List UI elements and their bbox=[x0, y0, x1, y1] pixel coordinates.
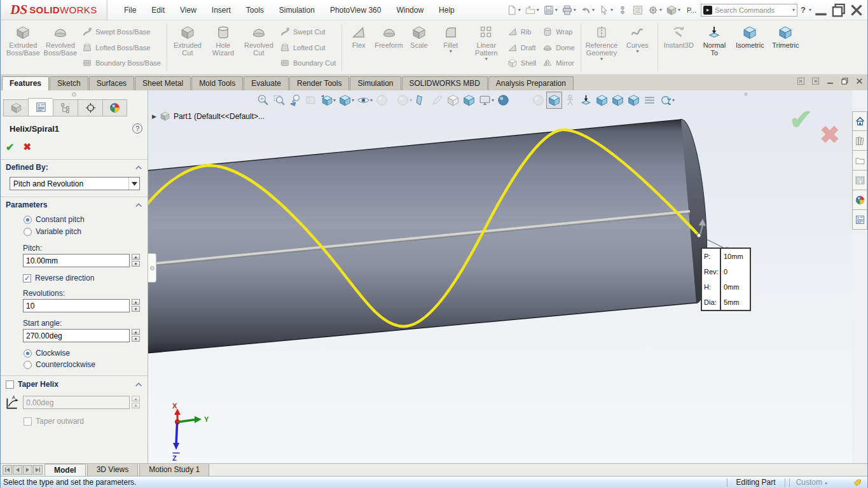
menu-window[interactable]: Window bbox=[389, 3, 431, 17]
configuration-tab[interactable] bbox=[53, 99, 78, 116]
reverse-direction-checkbox[interactable]: ✓Reverse direction bbox=[23, 274, 94, 282]
taper-outward-checkbox[interactable]: Taper outward bbox=[24, 417, 84, 426]
ok-button[interactable]: ✔ bbox=[6, 141, 14, 153]
tab-render-tools[interactable]: Render Tools bbox=[289, 76, 350, 90]
save-dropdown-icon[interactable]: ▾ bbox=[555, 8, 558, 13]
study-tab-3d-views[interactable]: 3D Views bbox=[87, 464, 138, 476]
ribbon-isometric[interactable]: Isometric bbox=[732, 22, 768, 73]
menu-view[interactable]: View bbox=[172, 3, 204, 17]
ribbon-extruded-boss-base[interactable]: ExtrudedBoss/Base bbox=[4, 22, 42, 73]
select-arrow-icon[interactable] bbox=[128, 178, 139, 190]
dropdown-icon[interactable]: ▾ bbox=[600, 57, 603, 62]
tab-features[interactable]: Features bbox=[2, 76, 49, 90]
normal-to-view-button[interactable] bbox=[578, 92, 594, 109]
start-angle-input[interactable] bbox=[23, 329, 130, 342]
start-angle-spinner[interactable]: ▲▼ bbox=[132, 329, 140, 342]
taper-angle-spinner[interactable]: ▲▼ bbox=[132, 396, 140, 408]
display-pane-tab[interactable] bbox=[102, 99, 127, 116]
shaded-cube-button[interactable] bbox=[461, 92, 477, 109]
view-palette-tab[interactable] bbox=[852, 171, 867, 190]
document-restore-icon[interactable] bbox=[841, 77, 849, 85]
menu-insert[interactable]: Insert bbox=[204, 3, 238, 17]
configuration-label[interactable]: Custom bbox=[794, 478, 825, 487]
ribbon-curves[interactable]: Curves▾ bbox=[619, 22, 655, 73]
close-button[interactable] bbox=[848, 3, 865, 17]
ribbon-extruded-cut[interactable]: ExtrudedCut bbox=[170, 22, 205, 73]
ribbon-linear-pattern[interactable]: LinearPattern▾ bbox=[469, 22, 504, 73]
tab-analysis-preparation[interactable]: Analysis Preparation bbox=[488, 76, 574, 90]
hide-show-items-dropdown-icon[interactable]: ▾ bbox=[370, 98, 373, 103]
menu-file[interactable]: File bbox=[116, 3, 144, 17]
menu-tools[interactable]: Tools bbox=[238, 3, 272, 17]
first-tab-button[interactable] bbox=[3, 465, 12, 475]
tab-evaluate[interactable]: Evaluate bbox=[244, 76, 289, 90]
ribbon-lofted-boss-base[interactable]: Lofted Boss/Base bbox=[80, 41, 163, 54]
feature-tree-tab[interactable] bbox=[3, 99, 28, 116]
property-manager-tab[interactable] bbox=[28, 98, 53, 116]
ribbon-normal-to[interactable]: NormalTo bbox=[696, 22, 732, 73]
next-tab-button[interactable] bbox=[23, 465, 32, 475]
toggle-button[interactable] bbox=[616, 3, 630, 17]
collapse-chevron-icon[interactable] bbox=[135, 382, 142, 387]
study-tab-motion-study-1[interactable]: Motion Study 1 bbox=[139, 464, 209, 476]
ribbon-reference-geometry[interactable]: ReferenceGeometry▾ bbox=[584, 22, 620, 73]
search-commands-box[interactable]: ▸ Search Commands ▾ bbox=[701, 4, 797, 17]
dropdown-icon[interactable]: ▾ bbox=[450, 49, 452, 54]
select-cursor-dropdown-icon[interactable]: ▾ bbox=[610, 8, 613, 13]
tag-icon[interactable] bbox=[853, 478, 862, 487]
revolutions-spinner[interactable]: ▲▼ bbox=[132, 299, 140, 312]
dimetric-view-cube-button[interactable] bbox=[610, 92, 626, 109]
ribbon-rib[interactable]: Rib bbox=[506, 25, 538, 38]
display-style-dropdown-icon[interactable]: ▾ bbox=[352, 98, 354, 103]
ribbon-swept-cut[interactable]: Swept Cut bbox=[278, 25, 338, 38]
rotate-view-button[interactable]: ▾ bbox=[658, 92, 676, 109]
panel-splitter[interactable] bbox=[1, 92, 148, 99]
tab-sheet-metal[interactable]: Sheet Metal bbox=[135, 76, 191, 90]
minimize-button[interactable] bbox=[813, 3, 829, 17]
tab-sketch[interactable]: Sketch bbox=[50, 76, 88, 90]
edit-appearance-button[interactable] bbox=[374, 92, 390, 109]
new-document-dropdown-icon[interactable]: ▾ bbox=[518, 8, 521, 13]
previous-tab-button[interactable] bbox=[13, 465, 22, 475]
camera-icon[interactable] bbox=[745, 93, 747, 95]
ribbon-scale[interactable]: Scale bbox=[405, 22, 433, 73]
restore-button[interactable] bbox=[830, 3, 847, 17]
view-wedge-button[interactable] bbox=[413, 92, 429, 109]
ribbon-flex[interactable]: Flex bbox=[345, 22, 373, 73]
revolutions-input[interactable] bbox=[23, 299, 130, 312]
collapse-right-icon[interactable] bbox=[811, 77, 820, 85]
print-button[interactable]: ▾ bbox=[560, 3, 577, 17]
render-sphere-button[interactable] bbox=[495, 92, 511, 109]
ribbon-shell[interactable]: Shell bbox=[506, 57, 538, 69]
confirm-cancel-icon[interactable]: ✖ bbox=[820, 121, 840, 149]
menu-photoview-360[interactable]: PhotoView 360 bbox=[322, 3, 389, 17]
ribbon-swept-boss-base[interactable]: Swept Boss/Base bbox=[80, 25, 163, 38]
help-icon[interactable]: ? bbox=[132, 123, 142, 134]
ribbon-freeform[interactable]: Freeform bbox=[373, 22, 405, 73]
front-view-cube-button[interactable] bbox=[594, 92, 610, 109]
collapse-chevron-icon[interactable] bbox=[135, 202, 142, 208]
select-cursor-button[interactable]: ▾ bbox=[597, 3, 614, 17]
save-button[interactable]: ▾ bbox=[542, 3, 559, 17]
ribbon-lofted-cut[interactable]: Lofted Cut bbox=[278, 41, 338, 54]
help-dropdown-icon[interactable]: ▾ bbox=[809, 8, 811, 13]
counterclockwise-radio[interactable]: Counterclockwise bbox=[24, 360, 95, 369]
graphics-viewport[interactable]: X Y Z ▾▾▾▾▾▾ ▶ Part1 (Default<<Default>.… bbox=[148, 90, 852, 463]
configuration-arrow-icon[interactable]: ▴ bbox=[825, 480, 827, 485]
home-tab[interactable] bbox=[852, 111, 867, 131]
pitch-input[interactable] bbox=[23, 254, 130, 267]
tab-simulation[interactable]: Simulation bbox=[350, 76, 401, 90]
list-view-button[interactable] bbox=[631, 3, 645, 17]
tab-mold-tools[interactable]: Mold Tools bbox=[191, 76, 243, 90]
print-dropdown-icon[interactable]: ▾ bbox=[574, 8, 576, 13]
undo-dropdown-icon[interactable]: ▾ bbox=[592, 8, 595, 13]
apply-scene-button[interactable]: ▾ bbox=[395, 92, 413, 109]
display-style-button[interactable]: ▾ bbox=[337, 92, 355, 109]
feature-tree-flyout[interactable]: ▶ Part1 (Default<<Default>... bbox=[152, 111, 265, 122]
edit-sketch-button[interactable] bbox=[429, 92, 445, 109]
new-document-button[interactable]: ▾ bbox=[505, 3, 522, 17]
hide-show-items-button[interactable]: ▾ bbox=[355, 92, 374, 109]
addins-button[interactable]: ▾ bbox=[665, 3, 682, 17]
ribbon-hole-wizard[interactable]: HoleWizard bbox=[205, 22, 241, 73]
ribbon-wrap[interactable]: Wrap bbox=[541, 25, 576, 38]
